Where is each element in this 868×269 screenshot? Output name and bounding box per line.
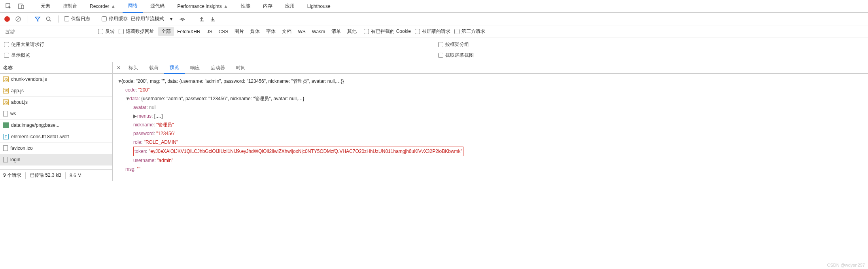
transferred-size: 已传输 52.3 kB	[30, 172, 61, 179]
json-key: nickname	[133, 122, 153, 128]
json-value: "123456"	[156, 131, 176, 136]
network-conditions-icon[interactable]	[178, 15, 186, 23]
record-button[interactable]	[3, 15, 11, 23]
json-preview: ▼{code: "200", msg: "", data: {username:…	[113, 74, 868, 181]
filter-type-fetch[interactable]: Fetch/XHR	[174, 28, 204, 36]
filter-type-css[interactable]: CSS	[216, 28, 232, 36]
json-value: "ROLE_ADMIN"	[144, 139, 178, 145]
doc-file-icon	[3, 145, 8, 151]
disable-cache-label: 停用缓存	[109, 15, 128, 22]
tab-perf-insights[interactable]: Performance insights▲	[172, 0, 234, 13]
tab-network[interactable]: 网络	[123, 0, 143, 13]
detail-tabs: ✕ 标头 载荷 预览 响应 启动器 时间	[113, 62, 868, 74]
svg-point-5	[47, 17, 50, 20]
request-row[interactable]: JSapp.js	[0, 85, 112, 97]
filter-type-font[interactable]: 字体	[263, 27, 279, 36]
request-list: 名称 JSchunk-vendors.jsJSapp.jsJSabout.jsw…	[0, 62, 113, 181]
divider	[31, 3, 31, 10]
request-list-header[interactable]: 名称	[0, 62, 112, 74]
device-toggle-icon[interactable]	[16, 1, 27, 11]
throttling-select[interactable]: 已停用节流模式	[131, 15, 164, 22]
filter-type-doc[interactable]: 文档	[279, 27, 295, 36]
filter-type-manifest[interactable]: 清单	[328, 27, 344, 36]
tab-sources[interactable]: 源代码	[145, 0, 170, 13]
large-rows-label: 使用大量请求行	[11, 41, 44, 48]
divider	[58, 15, 59, 23]
filter-icon[interactable]	[34, 15, 42, 23]
detail-pane: ✕ 标头 载荷 预览 响应 启动器 时间 ▼{code: "200", msg:…	[113, 62, 868, 181]
expand-toggle[interactable]: ▼	[117, 77, 121, 86]
third-party-label: 第三方请求	[461, 28, 485, 35]
request-row[interactable]: JSabout.js	[0, 97, 112, 108]
preserve-log-checkbox[interactable]: 保留日志	[64, 15, 90, 22]
disable-cache-checkbox[interactable]: 停用缓存	[102, 15, 128, 22]
third-party-checkbox[interactable]: 第三方请求	[454, 28, 485, 35]
filter-type-img[interactable]: 图片	[231, 27, 247, 36]
json-value: "200"	[138, 87, 150, 93]
request-name: data:image/png;base...	[11, 122, 59, 128]
tab-memory[interactable]: 内存	[257, 0, 278, 13]
svg-line-4	[17, 17, 20, 21]
large-rows-checkbox[interactable]: 使用大量请求行	[4, 41, 430, 48]
dtab-payload[interactable]: 载荷	[144, 62, 164, 74]
request-row[interactable]: login	[0, 154, 112, 166]
dtab-response[interactable]: 响应	[185, 62, 205, 74]
download-icon[interactable]	[209, 15, 217, 23]
divider	[96, 15, 96, 23]
filter-bar: 反转 隐藏数据网址 全部 Fetch/XHR JS CSS 图片 媒体 字体 文…	[0, 25, 868, 38]
json-value: "eyJ0eXAiOiJKV1QiLCJhbGciOiJIUzI1NiJ9.ey…	[149, 149, 462, 154]
blocked-requests-checkbox[interactable]: 被屏蔽的请求	[415, 28, 450, 35]
request-row[interactable]: ws	[0, 108, 112, 120]
filter-type-wasm[interactable]: Wasm	[309, 28, 329, 36]
tab-recorder-label: Recorder	[90, 4, 109, 9]
filter-types: 全部 Fetch/XHR JS CSS 图片 媒体 字体 文档 WS Wasm …	[158, 27, 360, 36]
filter-type-ws[interactable]: WS	[295, 28, 308, 36]
request-row[interactable]: favicon.ico	[0, 143, 112, 154]
request-status-bar: 9 个请求 已传输 52.3 kB 8.6 M	[0, 169, 112, 181]
hide-data-urls-checkbox[interactable]: 隐藏数据网址	[119, 28, 154, 35]
dtab-preview[interactable]: 预览	[164, 62, 185, 74]
screenshots-checkbox[interactable]: 截取屏幕截图	[438, 52, 864, 59]
search-icon[interactable]	[45, 15, 53, 23]
request-row[interactable]: Telement-icons.ff18efd1.woff	[0, 131, 112, 143]
requests-count: 9 个请求	[3, 172, 21, 179]
clear-icon[interactable]	[14, 15, 22, 23]
dtab-headers[interactable]: 标头	[123, 62, 144, 74]
tab-perf-insights-label: Performance insights	[177, 4, 222, 9]
svg-point-7	[182, 20, 183, 21]
filter-type-all[interactable]: 全部	[158, 27, 174, 36]
blocked-cookies-label: 有已拦截的 Cookie	[371, 28, 411, 35]
dtab-timing[interactable]: 时间	[231, 62, 251, 74]
chevron-down-icon[interactable]: ▾	[167, 15, 175, 23]
invert-checkbox[interactable]: 反转	[98, 28, 115, 35]
tab-console[interactable]: 控制台	[57, 0, 83, 13]
filter-type-js[interactable]: JS	[204, 28, 216, 36]
filter-type-media[interactable]: 媒体	[247, 27, 263, 36]
highlighted-row: token: "eyJ0eXAiOiJKV1QiLCJhbGciOiJIUzI1…	[133, 147, 463, 156]
expand-toggle[interactable]: ▶	[133, 112, 137, 120]
overview-checkbox[interactable]: 显示概览	[4, 52, 430, 59]
json-key: menus	[137, 113, 151, 119]
blocked-cookies-checkbox[interactable]: 有已拦截的 Cookie	[364, 28, 411, 35]
request-name: element-icons.ff18efd1.woff	[11, 134, 69, 139]
json-value: "管理员"	[156, 122, 174, 128]
request-row[interactable]: data:image/png;base...	[0, 120, 112, 131]
json-key: password	[133, 131, 153, 136]
filter-type-other[interactable]: 其他	[344, 27, 360, 36]
group-by-frame-checkbox[interactable]: 按框架分组	[438, 41, 864, 48]
close-icon[interactable]: ✕	[114, 63, 123, 72]
filter-input[interactable]	[3, 27, 94, 36]
tab-recorder[interactable]: Recorder▲	[84, 0, 121, 13]
tab-lighthouse[interactable]: Lighthouse	[302, 0, 336, 13]
tab-performance[interactable]: 性能	[235, 0, 256, 13]
upload-icon[interactable]	[198, 15, 206, 23]
json-value: null	[149, 105, 157, 110]
tab-application[interactable]: 应用	[280, 0, 300, 13]
request-row[interactable]: JSchunk-vendors.js	[0, 74, 112, 85]
expand-toggle[interactable]: ▼	[125, 94, 129, 103]
dtab-initiator[interactable]: 启动器	[205, 62, 231, 74]
request-name: chunk-vendors.js	[11, 76, 47, 82]
inspect-icon[interactable]	[3, 1, 14, 11]
request-name: app.js	[11, 88, 24, 93]
tab-elements[interactable]: 元素	[35, 0, 56, 13]
